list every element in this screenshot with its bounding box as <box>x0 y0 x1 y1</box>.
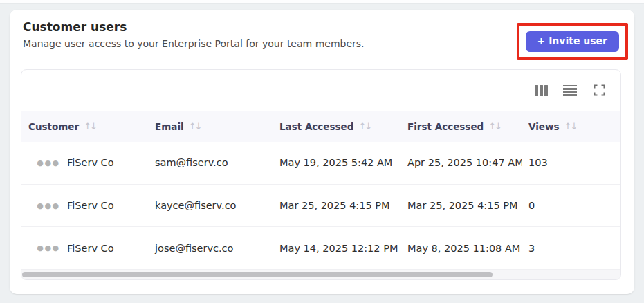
row-menu-icon[interactable]: ●●● <box>21 199 60 213</box>
table-header-row: Customer ↑↓ Email ↑↓ Last Accessed ↑↓ Fi… <box>21 111 620 142</box>
cell-email: sam@fiserv.co <box>148 157 273 168</box>
sort-icon[interactable]: ↑↓ <box>189 121 201 131</box>
customer-users-panel: Customer users Manage user access to you… <box>10 10 634 294</box>
column-label: Customer <box>28 121 79 132</box>
column-label: Views <box>528 121 560 132</box>
sort-icon[interactable]: ↑↓ <box>358 121 371 131</box>
cell-customer: FiServ Co <box>60 200 148 211</box>
table-row: ●●● FiServ Co sam@fiserv.co May 19, 2025… <box>21 142 620 185</box>
sort-icon[interactable]: ↑↓ <box>488 121 501 131</box>
cell-last-accessed: May 19, 2025 5:42 AM <box>273 157 401 168</box>
column-header-first-accessed[interactable]: First Accessed ↑↓ <box>401 111 522 142</box>
column-header-last-accessed[interactable]: Last Accessed ↑↓ <box>273 111 401 142</box>
table-row: ●●● FiServ Co kayce@fiserv.co Mar 25, 20… <box>21 185 620 228</box>
scrollbar-thumb[interactable] <box>22 272 493 277</box>
cell-first-accessed: May 8, 2025 11:08 AM <box>401 243 522 254</box>
column-header-email[interactable]: Email ↑↓ <box>148 111 273 142</box>
previous-card-edge <box>0 0 644 4</box>
cell-views: 103 <box>522 157 620 168</box>
row-density-button[interactable] <box>563 84 577 98</box>
density-icon <box>563 85 577 96</box>
column-label: Last Accessed <box>279 121 353 132</box>
horizontal-scrollbar[interactable] <box>21 270 620 279</box>
row-menu-icon[interactable]: ●●● <box>21 241 60 255</box>
row-menu-icon[interactable]: ●●● <box>21 156 60 170</box>
cell-last-accessed: May 14, 2025 12:12 PM <box>273 243 401 254</box>
annotation-highlight-box: + Invite user <box>517 23 628 60</box>
columns-icon <box>535 85 548 96</box>
cell-email: kayce@fiserv.co <box>148 200 273 211</box>
users-table-container: Customer ↑↓ Email ↑↓ Last Accessed ↑↓ Fi… <box>21 69 621 280</box>
column-label: First Accessed <box>407 121 484 132</box>
column-label: Email <box>155 121 184 132</box>
table-toolbar <box>21 70 620 111</box>
sort-icon[interactable]: ↑↓ <box>84 121 96 131</box>
cell-customer: FiServ Co <box>60 157 148 168</box>
cell-last-accessed: Mar 25, 2025 4:15 PM <box>273 200 401 211</box>
sort-icon[interactable]: ↑↓ <box>564 121 577 131</box>
fullscreen-icon <box>594 84 605 96</box>
page-subtitle: Manage user access to your Enterprise Po… <box>23 38 365 49</box>
fullscreen-button[interactable] <box>592 84 606 98</box>
page-title: Customer users <box>23 19 365 36</box>
cell-customer: FiServ Co <box>60 243 148 254</box>
cell-first-accessed: Mar 25, 2025 4:15 PM <box>401 200 522 211</box>
column-header-customer[interactable]: Customer ↑↓ <box>21 111 148 142</box>
cell-first-accessed: Apr 25, 2025 10:47 AM <box>401 157 522 168</box>
column-header-views[interactable]: Views ↑↓ <box>522 111 620 142</box>
cell-views: 0 <box>522 200 620 211</box>
manage-columns-button[interactable] <box>534 84 548 98</box>
table-row: ●●● FiServ Co jose@fiservc.co May 14, 20… <box>21 227 620 270</box>
panel-header-text: Customer users Manage user access to you… <box>23 19 365 49</box>
cell-email: jose@fiservc.co <box>148 243 273 254</box>
panel-header: Customer users Manage user access to you… <box>10 10 634 60</box>
invite-user-button[interactable]: + Invite user <box>526 31 619 52</box>
cell-views: 3 <box>522 243 620 254</box>
